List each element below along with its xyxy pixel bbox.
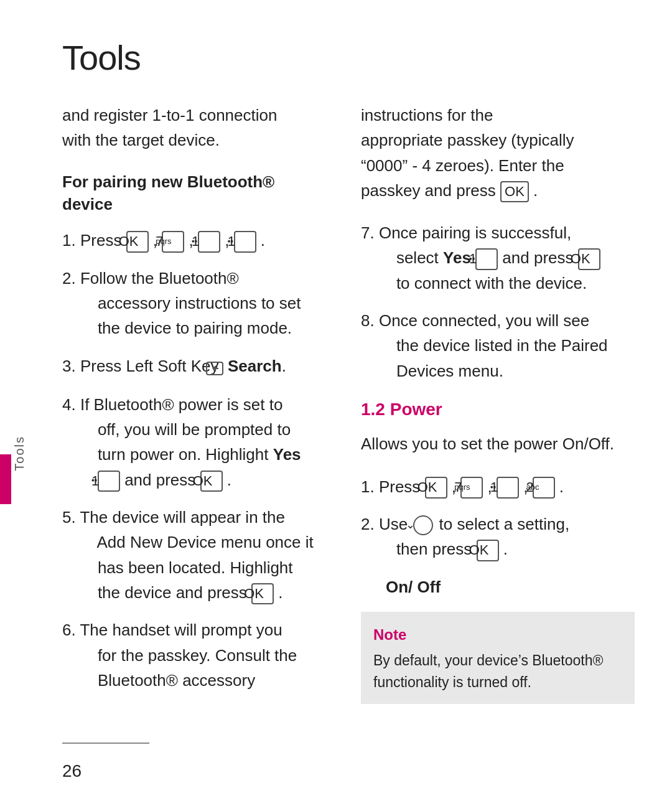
2abc-key-p1: 2abc xyxy=(533,477,555,499)
right-continuation: instructions for the appropriate passkey… xyxy=(361,103,635,203)
power-desc: Allows you to set the power On/Off. xyxy=(361,431,635,456)
step-2: 2. Follow the Bluetooth® accessory instr… xyxy=(62,266,336,341)
7pqrs-key-1: 7pqrs xyxy=(162,231,184,253)
intro-text: and register 1-to-1 connection with the … xyxy=(62,103,336,153)
step-4: 4. If Bluetooth® power is set to off, yo… xyxy=(62,392,336,492)
page-number: 26 xyxy=(62,761,82,781)
page-title: Tools xyxy=(0,37,672,103)
ok-key-p2: OK xyxy=(477,540,499,561)
section-heading-bluetooth: For pairing new Bluetooth® device xyxy=(62,171,336,216)
ok-key-p1: OK xyxy=(425,477,447,499)
7pqrs-key-p1: 7pqrs xyxy=(460,477,483,499)
right-column: instructions for the appropriate passkey… xyxy=(361,103,635,705)
step-1: 1. Press OK , 7pqrs , 1▪▪ , 1▪▪ . xyxy=(62,228,336,253)
step-6: 6. The handset will prompt you for the p… xyxy=(62,617,336,693)
1-key-p1: 1▪▪ xyxy=(497,477,519,499)
ok-key-7: OK xyxy=(578,248,600,270)
nav-down-icon: ⌄ xyxy=(413,515,433,535)
ok-key-1: OK xyxy=(126,231,149,253)
on-off-label: On/ Off xyxy=(386,574,635,599)
sidebar-bar xyxy=(0,454,11,504)
note-text: By default, your device’s Bluetooth® fun… xyxy=(373,650,622,693)
content-area: and register 1-to-1 connection with the … xyxy=(0,103,672,705)
power-step-1: 1. Press OK , 7pqrs , 1▪▪ , 2abc . xyxy=(361,474,635,499)
note-box: Note By default, your device’s Bluetooth… xyxy=(361,612,635,704)
step-5: 5. The device will appear in the Add New… xyxy=(62,505,336,605)
ok-key-5: OK xyxy=(251,583,274,605)
svg-marker-1 xyxy=(212,365,216,372)
section-heading-power: 1.2 Power xyxy=(361,396,635,423)
step-8: 8. Once connected, you will see the devi… xyxy=(361,308,635,383)
ok-key-right-cont: OK xyxy=(500,181,529,203)
page-container: Tools and register 1-to-1 connection wit… xyxy=(0,0,672,806)
bottom-divider xyxy=(62,743,149,744)
step-3: 3. Press Left Soft Key Search. xyxy=(62,354,336,380)
note-label: Note xyxy=(373,623,622,646)
left-column: and register 1-to-1 connection with the … xyxy=(62,103,336,705)
step-7: 7. Once pairing is successful, select Ye… xyxy=(361,220,635,296)
power-step-2: 2. Use ⌄ to select a setting, then press… xyxy=(361,512,635,562)
1-key-1b: 1▪▪ xyxy=(234,231,256,253)
1-key-4: 1▪▪ xyxy=(98,471,120,492)
1-key-7: 1▪▪ xyxy=(475,248,498,270)
ok-key-4: OK xyxy=(200,471,223,492)
1-key-1a: 1▪▪ xyxy=(198,231,220,253)
sidebar-label: Tools xyxy=(12,436,27,471)
